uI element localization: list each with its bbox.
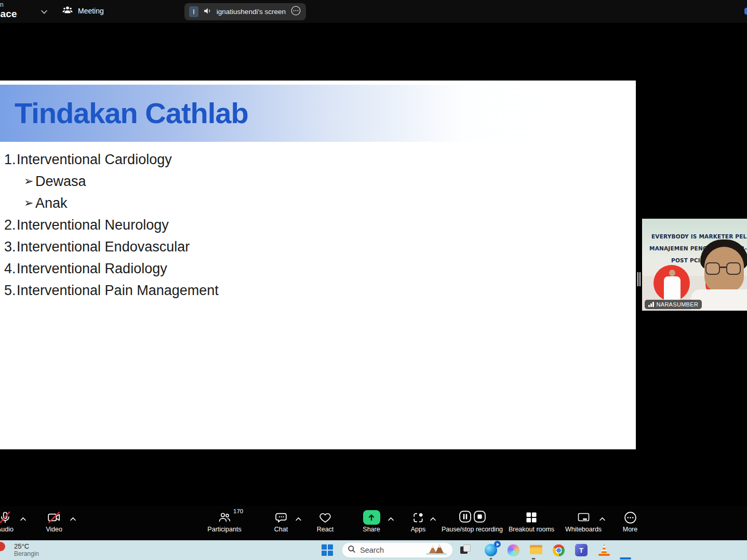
participant-video-tile[interactable]: EVERYBODY IS MARKETER PELAYAN MANAJEMEN … <box>642 219 747 311</box>
list-text: Interventional Neurology <box>17 217 169 233</box>
whiteboards-options-chevron-icon[interactable] <box>599 514 606 524</box>
video-options-chevron-icon[interactable] <box>70 514 76 524</box>
teams-icon[interactable]: T <box>575 544 588 556</box>
audio-button[interactable]: Audio <box>0 510 21 533</box>
share-options-chevron-icon[interactable] <box>388 514 394 524</box>
list-text: Interventional Pain Management <box>17 283 219 299</box>
arrow-bullet-icon: ➢ <box>20 175 35 188</box>
audio-label: Audio <box>0 526 14 533</box>
shared-screen-pill[interactable]: I ignatiushendi's screen <box>184 3 306 20</box>
list-marker: 2. <box>0 217 17 233</box>
start-button[interactable] <box>321 544 334 556</box>
list-marker: 1. <box>0 152 17 168</box>
share-screen-icon <box>363 510 380 525</box>
more-ellipsis-icon <box>624 510 637 525</box>
participant-name: NARASUMBER <box>657 301 699 308</box>
chat-label: Chat <box>274 526 288 533</box>
glasses-icon <box>705 262 744 276</box>
recording-button[interactable]: Pause/stop recording <box>438 510 506 533</box>
copilot-icon[interactable] <box>508 544 520 557</box>
taskbar-search[interactable]: Search <box>342 542 453 558</box>
list-item: 5. Interventional Pain Management <box>0 279 468 301</box>
edge-browser-icon[interactable] <box>485 544 497 556</box>
tab-meeting[interactable]: Meeting <box>62 5 104 16</box>
chat-button[interactable]: Chat <box>265 510 297 533</box>
list-subitem: ➢ Anak <box>0 192 468 214</box>
list-marker: 5. <box>0 283 17 299</box>
meeting-topbar: n workplace Meeting I ignatiushendi's sc… <box>0 0 747 23</box>
audio-options-chevron-icon[interactable] <box>20 514 26 524</box>
list-item: 2. Interventional Neurology <box>0 214 468 236</box>
zoom-toolbar: Audio Video 170 Participants Chat <box>0 506 747 539</box>
search-placeholder: Search <box>360 546 421 554</box>
task-view-button[interactable] <box>460 544 473 556</box>
meeting-tab-label: Meeting <box>78 7 104 15</box>
file-explorer-icon[interactable] <box>530 544 542 556</box>
meeting-people-icon <box>62 5 73 16</box>
list-item: 4. Interventional Radiology <box>0 258 468 279</box>
react-label: React <box>317 526 334 533</box>
weather-temp: 25°C <box>14 543 39 551</box>
participant-name-badge: NARASUMBER <box>645 300 702 309</box>
recording-label: Pause/stop recording <box>442 526 503 533</box>
participants-button[interactable]: 170 Participants <box>203 510 246 533</box>
apps-label: Apps <box>411 526 426 533</box>
chat-icon <box>274 510 288 525</box>
list-marker: 3. <box>0 239 17 255</box>
list-text: Dewasa <box>35 174 86 190</box>
mic-off-icon <box>0 510 12 525</box>
poster-photo-circle <box>653 265 690 301</box>
breakout-rooms-label: Breakout rooms <box>509 526 554 533</box>
list-text: Interventional Radiology <box>17 261 167 277</box>
react-button[interactable]: React <box>309 510 341 533</box>
video-button[interactable]: Video <box>38 510 70 533</box>
video-off-icon <box>47 510 61 525</box>
stop-icon[interactable] <box>473 510 486 525</box>
participants-label: Participants <box>207 526 241 533</box>
more-label: More <box>623 526 637 533</box>
breakout-rooms-button[interactable]: Breakout rooms <box>503 510 560 533</box>
chevron-down-icon[interactable] <box>41 7 48 17</box>
search-icon <box>348 545 356 555</box>
tile-drag-handle[interactable] <box>637 272 641 286</box>
apps-options-chevron-icon[interactable] <box>430 514 436 524</box>
arrow-bullet-icon: ➢ <box>20 196 35 210</box>
windows-taskbar: 25°C Berangin Search <box>0 540 747 560</box>
whiteboards-label: Whiteboards <box>565 526 602 533</box>
search-highlight-image[interactable] <box>425 543 447 557</box>
slide-title-banner: Tindakan Cathlab <box>0 85 566 142</box>
list-text: Interventional Endovascular <box>17 239 190 255</box>
more-button[interactable]: More <box>614 510 646 533</box>
participants-count: 170 <box>233 508 243 514</box>
weather-widget[interactable]: 25°C Berangin <box>0 540 39 560</box>
chat-options-chevron-icon[interactable] <box>295 514 302 524</box>
speaker-icon <box>203 7 212 17</box>
heart-icon <box>318 510 332 525</box>
weather-condition: Berangin <box>14 551 39 558</box>
participant-avatar: I <box>189 6 198 17</box>
breakout-rooms-icon <box>525 510 538 525</box>
chrome-icon[interactable] <box>553 544 565 557</box>
more-options-icon[interactable] <box>290 5 301 18</box>
zoom-meeting-window: n workplace Meeting I ignatiushendi's sc… <box>0 0 747 560</box>
video-label: Video <box>46 526 62 533</box>
pause-icon[interactable] <box>459 510 472 525</box>
whiteboard-icon <box>577 510 591 525</box>
list-item: 3. Interventional Endovascular <box>0 236 468 258</box>
edge-video-badge-icon <box>494 541 501 548</box>
slide-list: 1. Interventional Cardiology ➢ Dewasa ➢ … <box>0 149 468 301</box>
share-button[interactable]: Share <box>355 510 388 533</box>
list-text: Interventional Cardiology <box>17 152 172 168</box>
zoom-active-indicator <box>620 557 631 559</box>
share-label: Share <box>363 526 380 533</box>
vlc-icon[interactable] <box>598 544 610 556</box>
list-text: Anak <box>35 195 68 211</box>
cropped-edge-icon <box>744 8 747 15</box>
connection-bars-icon <box>648 302 654 307</box>
slide-title: Tindakan Cathlab <box>15 96 248 130</box>
list-subitem: ➢ Dewasa <box>0 170 468 192</box>
logo-text-top: n <box>0 1 28 8</box>
shared-screen-label: ignatiushendi's screen <box>217 8 286 16</box>
poster-text-line1: EVERYBODY IS MARKETER PELAYAN <box>651 233 747 239</box>
shared-slide: Tindakan Cathlab 1. Interventional Cardi… <box>0 81 636 449</box>
